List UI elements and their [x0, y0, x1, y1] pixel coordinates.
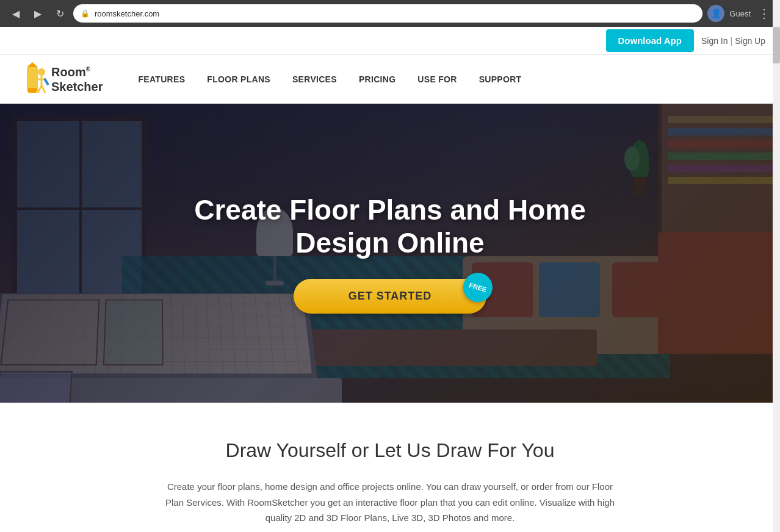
browser-chrome: ◀ ▶ ↻ 🔒 roomsketcher.com 👤 Guest ⋮	[0, 0, 780, 27]
nav-services[interactable]: SERVICES	[281, 55, 348, 104]
cta-wrapper: GET STARTED FREE	[294, 279, 487, 314]
lock-icon: 🔒	[81, 9, 90, 18]
hero-title: Create Floor Plans and Home Design Onlin…	[146, 193, 634, 259]
section-title: Draw Yourself or Let Us Draw For You	[15, 439, 765, 462]
svg-line-6	[38, 85, 42, 93]
svg-line-7	[42, 85, 45, 93]
scrollbar[interactable]	[773, 0, 780, 532]
signin-link[interactable]: Sign In	[701, 36, 728, 46]
nav-bar: Room® Sketcher FEATURES FLOOR PLANS SERV…	[0, 55, 780, 104]
forward-button[interactable]: ▶	[29, 5, 46, 22]
browser-menu-button[interactable]: ⋮	[756, 5, 773, 22]
logo-text: Room® Sketcher	[51, 65, 103, 94]
guest-label: Guest	[729, 9, 751, 18]
nav-links: FEATURES FLOOR PLANS SERVICES PRICING US…	[128, 55, 766, 104]
download-app-button[interactable]: Download App	[606, 29, 694, 52]
profile-button[interactable]: 👤	[707, 5, 724, 22]
address-bar[interactable]: 🔒 roomsketcher.com	[73, 4, 702, 23]
hero-content: Create Floor Plans and Home Design Onlin…	[0, 104, 780, 403]
section-body: Create your floor plans, home design and…	[158, 479, 622, 526]
back-button[interactable]: ◀	[7, 5, 24, 22]
scrollbar-thumb[interactable]	[773, 27, 780, 63]
signup-link[interactable]: Sign Up	[735, 36, 765, 46]
auth-links: Sign In | Sign Up	[701, 36, 765, 46]
auth-separator: |	[731, 36, 733, 46]
hero-section: Create Floor Plans and Home Design Onlin…	[0, 104, 780, 403]
nav-support[interactable]: SUPPORT	[468, 55, 533, 104]
svg-rect-2	[28, 88, 37, 93]
svg-marker-1	[27, 62, 38, 67]
svg-point-3	[38, 68, 45, 76]
nav-use-for[interactable]: USE FOR	[406, 55, 468, 104]
url-text: roomsketcher.com	[95, 9, 695, 18]
nav-pricing[interactable]: PRICING	[348, 55, 406, 104]
top-bar: Download App Sign In | Sign Up	[0, 27, 780, 55]
logo[interactable]: Room® Sketcher	[15, 61, 103, 98]
content-section: Draw Yourself or Let Us Draw For You Cre…	[0, 403, 780, 532]
get-started-button[interactable]: GET STARTED	[294, 279, 487, 314]
nav-features[interactable]: FEATURES	[128, 55, 197, 104]
nav-floor-plans[interactable]: FLOOR PLANS	[196, 55, 281, 104]
reload-button[interactable]: ↻	[51, 5, 68, 22]
logo-icon	[15, 61, 51, 98]
